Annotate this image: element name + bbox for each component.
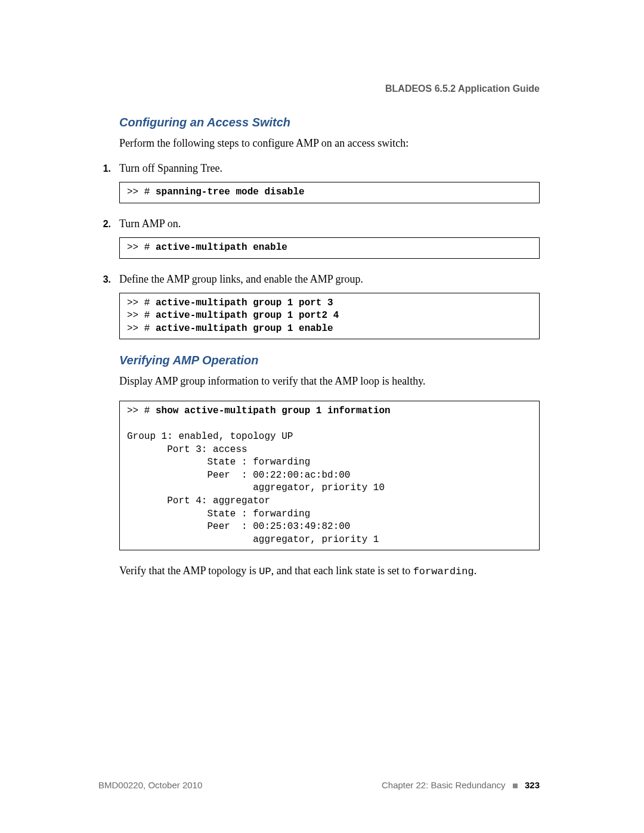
step-text: Turn AMP on. bbox=[119, 218, 181, 230]
code-block-show-amp: >> # show active-multipath group 1 infor… bbox=[119, 401, 540, 551]
code-output: Group 1: enabled, topology UP Port 3: ac… bbox=[127, 431, 385, 545]
code-command: spanning-tree mode disable bbox=[156, 187, 305, 197]
verify-text: . bbox=[474, 565, 477, 577]
code-prompt: >> # bbox=[127, 242, 156, 253]
section-intro-verifying: Display AMP group information to verify … bbox=[119, 374, 540, 388]
verify-sentence: Verify that the AMP topology is UP, and … bbox=[119, 565, 540, 577]
step-number: 1. bbox=[99, 163, 111, 174]
page: BLADEOS 6.5.2 Application Guide Configur… bbox=[0, 0, 644, 833]
code-command: active-multipath enable bbox=[156, 242, 287, 253]
step-text: Turn off Spanning Tree. bbox=[119, 162, 222, 175]
verify-text: , and that each link state is set to bbox=[271, 565, 413, 577]
code-block-spanning-tree: >> # spanning-tree mode disable bbox=[119, 182, 540, 203]
step-1: 1. Turn off Spanning Tree. >> # spanning… bbox=[119, 162, 540, 203]
footer-right: Chapter 22: Basic Redundancy 323 bbox=[382, 780, 540, 790]
verify-up-literal: UP bbox=[259, 566, 271, 577]
footer-page-number: 323 bbox=[525, 780, 540, 790]
code-prompt: >> # bbox=[127, 310, 156, 321]
footer-chapter: Chapter 22: Basic Redundancy bbox=[382, 780, 506, 790]
verify-text: Verify that the AMP topology is bbox=[119, 565, 259, 577]
document-header: BLADEOS 6.5.2 Application Guide bbox=[119, 83, 540, 94]
code-command: active-multipath group 1 port2 4 bbox=[156, 310, 339, 321]
code-block-amp-enable: >> # active-multipath enable bbox=[119, 237, 540, 259]
square-bullet-icon bbox=[513, 784, 518, 788]
page-footer: BMD00220, October 2010 Chapter 22: Basic… bbox=[98, 780, 540, 790]
step-number: 2. bbox=[99, 219, 111, 230]
verify-forwarding-literal: forwarding bbox=[413, 566, 474, 577]
code-command: show active-multipath group 1 informatio… bbox=[156, 405, 391, 416]
footer-doc-id: BMD00220, October 2010 bbox=[98, 780, 202, 790]
step-text: Define the AMP group links, and enable t… bbox=[119, 273, 363, 286]
step-3: 3. Define the AMP group links, and enabl… bbox=[119, 273, 540, 340]
section-intro-configuring: Perform the following steps to configure… bbox=[119, 137, 540, 150]
section-heading-configuring: Configuring an Access Switch bbox=[119, 116, 540, 129]
code-prompt: >> # bbox=[127, 405, 156, 416]
step-number: 3. bbox=[99, 274, 111, 285]
step-2: 2. Turn AMP on. >> # active-multipath en… bbox=[119, 218, 540, 259]
code-command: active-multipath group 1 port 3 bbox=[156, 298, 333, 308]
code-prompt: >> # bbox=[127, 187, 156, 197]
section-heading-verifying: Verifying AMP Operation bbox=[119, 354, 540, 367]
code-block-amp-group: >> # active-multipath group 1 port 3 >> … bbox=[119, 293, 540, 340]
steps-list: 1. Turn off Spanning Tree. >> # spanning… bbox=[119, 162, 540, 339]
code-prompt: >> # bbox=[127, 323, 156, 334]
code-command: active-multipath group 1 enable bbox=[156, 323, 333, 334]
code-prompt: >> # bbox=[127, 298, 156, 308]
